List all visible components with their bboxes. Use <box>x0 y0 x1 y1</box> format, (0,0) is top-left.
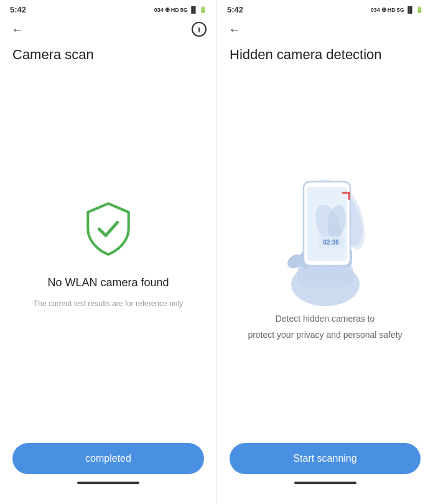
battery-icon: 🔋 <box>199 6 207 13</box>
network-icon: 034 <box>154 7 164 13</box>
time-right: 5:42 <box>227 5 243 14</box>
signal-5g-icon: 5G <box>180 7 188 13</box>
page-title-left: Camera scan <box>0 42 216 73</box>
signal-5g-icon-r: 5G <box>397 7 404 13</box>
bluetooth-icon: ⊕ <box>165 6 170 13</box>
page-title-right: Hidden camera detection <box>217 42 433 73</box>
battery-icon-r: 🔋 <box>416 6 423 13</box>
completed-button[interactable]: completed <box>12 443 204 474</box>
shield-container <box>77 198 139 260</box>
bottom-area-right: Start scanning <box>217 433 433 504</box>
home-indicator-left <box>77 482 139 484</box>
result-title: No WLAN camera found <box>47 276 169 289</box>
hd-icon-r: HD <box>388 7 396 13</box>
signal-bars-icon: ▐▌ <box>189 6 198 13</box>
back-button-right[interactable]: ← <box>227 22 242 37</box>
content-area-left: No WLAN camera found The current test re… <box>0 73 216 433</box>
status-icons-right: 034 ⊕ HD 5G ▐▌ 🔋 <box>371 6 423 13</box>
nav-bar-right: ← <box>217 17 433 42</box>
svg-text:02:36: 02:36 <box>323 239 339 246</box>
detect-text: Detect hidden cameras to protect your pr… <box>248 311 402 342</box>
bluetooth-icon-r: ⊕ <box>381 6 386 13</box>
result-subtitle: The current test results are for referen… <box>34 299 183 308</box>
network-icon-r: 034 <box>371 7 380 13</box>
info-button-left[interactable]: i <box>192 22 207 37</box>
signal-bars-icon-r: ▐▌ <box>406 6 414 13</box>
home-indicator-right <box>294 482 356 484</box>
hd-icon: HD <box>171 7 179 13</box>
start-scanning-button[interactable]: Start scanning <box>230 443 421 474</box>
phone-illustration-svg: 02:36 <box>263 163 388 306</box>
back-button-left[interactable]: ← <box>10 22 25 37</box>
status-icons-left: 034 ⊕ HD 5G ▐▌ 🔋 <box>154 6 207 13</box>
nav-bar-left: ← i <box>0 17 216 42</box>
detect-text-line2: protect your privacy and personal safety <box>248 330 402 340</box>
right-phone-screen: 5:42 034 ⊕ HD 5G ▐▌ 🔋 ← Hidden camera de… <box>216 0 433 504</box>
left-phone-screen: 5:42 034 ⊕ HD 5G ▐▌ 🔋 ← i Camera scan No… <box>0 0 216 504</box>
detect-text-line1: Detect hidden cameras to <box>276 314 375 324</box>
bottom-area-left: completed <box>0 433 216 504</box>
illustration-area: 02:36 Detect hidden cameras to protect y… <box>217 73 433 433</box>
status-bar-left: 5:42 034 ⊕ HD 5G ▐▌ 🔋 <box>0 0 216 17</box>
status-bar-right: 5:42 034 ⊕ HD 5G ▐▌ 🔋 <box>217 0 433 17</box>
time-left: 5:42 <box>10 5 26 14</box>
shield-icon <box>80 201 136 257</box>
